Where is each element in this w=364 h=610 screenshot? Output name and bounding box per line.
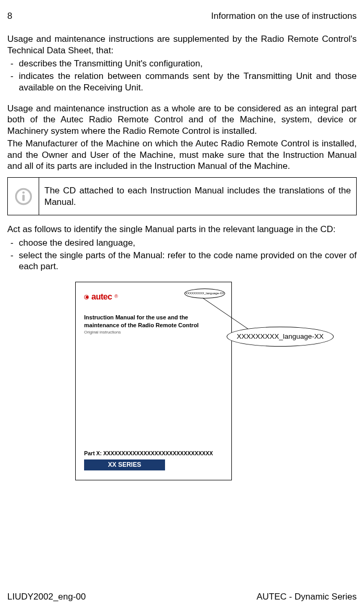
- logo-text: autec: [91, 292, 112, 302]
- footer-left: LIUDY2002_eng-00: [7, 591, 86, 603]
- series-bar: XX SERIES: [84, 459, 165, 470]
- cd-bullets: choose the desired language, select the …: [7, 237, 357, 272]
- paragraph-manufacturer: The Manufacturer of the Machine on which…: [7, 138, 357, 172]
- svg-rect-2: [22, 194, 25, 201]
- info-callout: The CD attached to each Instruction Manu…: [7, 177, 357, 215]
- intro-bullets: describes the Transmitting Unit's config…: [7, 58, 357, 93]
- page-number: 8: [7, 10, 12, 22]
- code-bubble-small: XXXXXXXXX_language-XX: [184, 289, 225, 298]
- paragraph-usage: Usage and maintenance instruction as a w…: [7, 103, 357, 137]
- cd-lead: Act as follows to identify the single Ma…: [7, 224, 357, 235]
- footer-right: AUTEC - Dynamic Series: [256, 591, 357, 603]
- page-footer: LIUDY2002_eng-00 AUTEC - Dynamic Series: [7, 591, 357, 603]
- cover-title-line1: Instruction Manual for the use and the: [84, 314, 188, 320]
- list-item: describes the Transmitting Unit's config…: [19, 58, 357, 70]
- intro-lead: Usage and maintenance instructions are s…: [7, 33, 357, 56]
- cover-page: autec ® XXXXXXXXX_language-XX Instructio…: [75, 282, 232, 480]
- cover-illustration: autec ® XXXXXXXXX_language-XX Instructio…: [75, 282, 297, 480]
- info-icon-cell: [8, 178, 39, 215]
- logo-mark-icon: [84, 295, 89, 300]
- section-title: Information on the use of instructions: [211, 10, 357, 22]
- list-item: choose the desired language,: [19, 237, 357, 249]
- registered-icon: ®: [114, 294, 118, 300]
- list-item: indicates the relation between commands …: [19, 71, 357, 94]
- part-x-label: Part X: XXXXXXXXXXXXXXXXXXXXXXXXXXXXXX: [84, 450, 213, 457]
- svg-point-1: [22, 191, 24, 193]
- list-item: select the single parts of the Manual: r…: [19, 250, 357, 273]
- code-bubble-large: XXXXXXXXX_language-XX: [227, 327, 334, 347]
- cover-title-line2: maintenance of the Radio Remote Control: [84, 322, 198, 328]
- page-header: 8 Information on the use of instructions: [7, 10, 357, 22]
- original-instructions-label: Original instructions: [84, 330, 223, 335]
- info-icon: [15, 188, 32, 205]
- cover-title: Instruction Manual for the use and the m…: [84, 314, 223, 329]
- info-text: The CD attached to each Instruction Manu…: [39, 178, 357, 215]
